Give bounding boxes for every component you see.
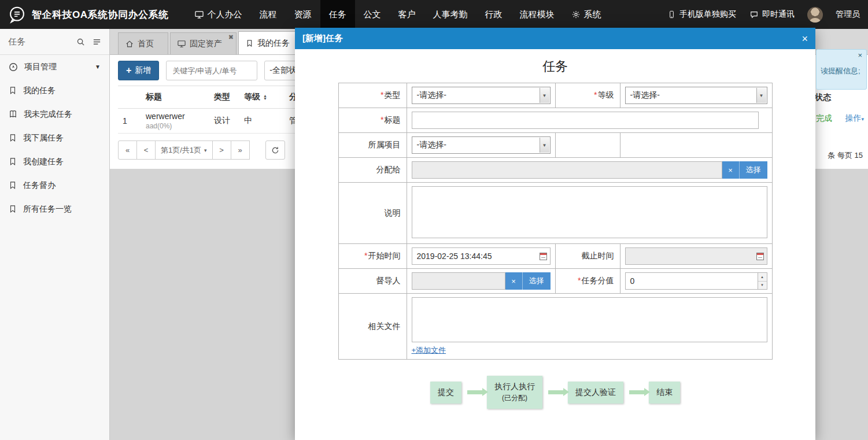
project-select[interactable]: -请选择- ▼: [412, 136, 551, 154]
task-type: 设计: [209, 109, 239, 134]
nav-hr-attendance[interactable]: 人事考勤: [424, 0, 477, 29]
pagination-prev[interactable]: <: [136, 140, 156, 160]
task-level: 中: [239, 109, 285, 134]
add-task-button[interactable]: + 新增: [118, 61, 159, 80]
description-textarea[interactable]: [412, 186, 767, 238]
task-title: werwerwer: [146, 112, 205, 121]
logo-icon: [8, 6, 26, 24]
chevron-down-icon: ▼: [540, 138, 549, 153]
calendar-icon[interactable]: [756, 253, 764, 260]
nav-documents[interactable]: 公文: [355, 0, 390, 29]
clear-assignee-button[interactable]: ×: [722, 161, 740, 179]
table-row[interactable]: 1 werwerwer aad(0%) 设计 中 管: [118, 109, 302, 134]
col-status: 状态: [815, 93, 831, 103]
assignee-input[interactable]: [412, 161, 722, 179]
instant-messaging-link[interactable]: 即时通讯: [749, 9, 796, 20]
nav-resources[interactable]: 资源: [286, 0, 320, 29]
col-level[interactable]: 等级▲▼: [239, 86, 285, 109]
sidebar-title: 任务: [8, 36, 25, 47]
description-label: 说明: [338, 183, 407, 244]
type-select[interactable]: -请选择- ▼: [412, 87, 551, 104]
title-label: *标题: [338, 108, 407, 133]
bookmark-icon: [9, 181, 17, 190]
search-input[interactable]: [166, 61, 257, 80]
status-badge: 完成: [816, 113, 832, 124]
nav-customers[interactable]: 客户: [390, 0, 424, 29]
sidebar-item-unfinished-tasks[interactable]: 我未完成任务: [0, 102, 109, 126]
tab-fixed-assets[interactable]: 固定资产 ✖: [170, 32, 237, 54]
search-icon[interactable]: [76, 38, 85, 46]
toast-message: 读提醒信息;: [821, 66, 860, 76]
score-stepper[interactable]: 0 ▲▼: [625, 272, 767, 290]
level-select[interactable]: -请选择- ▼: [625, 87, 767, 104]
table-header-row: 标题 类型 等级▲▼ 分: [118, 86, 302, 109]
tab-my-tasks[interactable]: 我的任务 ✖: [238, 31, 304, 54]
score-label: *任务分值: [555, 269, 620, 294]
caret-down-icon: ▼: [95, 64, 101, 70]
refresh-icon: [271, 146, 279, 154]
start-time-input[interactable]: [412, 247, 551, 265]
per-page-info: 条 每页 15: [828, 150, 863, 161]
tab-home[interactable]: 首页: [118, 32, 168, 54]
user-menu[interactable]: 管理员: [834, 9, 861, 20]
pick-supervisor-button[interactable]: 选择: [523, 272, 551, 290]
nav-personal-office[interactable]: 个人办公: [186, 0, 251, 29]
sidebar-item-all-tasks[interactable]: 所有任务一览: [0, 197, 109, 221]
bookmark-icon: [9, 86, 17, 95]
bookmark-icon: [9, 134, 17, 142]
workflow-step-submit: 提交: [430, 382, 461, 404]
supervisor-label: 督导人: [338, 269, 407, 294]
notification-toast: × 读提醒信息;: [816, 49, 867, 90]
close-icon[interactable]: ✖: [228, 34, 234, 41]
nav-tasks[interactable]: 任务: [320, 0, 355, 29]
app-title: 智企科技OA系统协同办公系统: [32, 8, 169, 21]
supervisor-input[interactable]: [412, 272, 505, 290]
arrow-right-icon: [467, 390, 482, 394]
files-label: 相关文件: [338, 294, 407, 360]
calendar-icon[interactable]: [540, 253, 547, 260]
refresh-button[interactable]: [265, 140, 285, 160]
end-time-input[interactable]: [625, 247, 767, 265]
sidebar-item-subordinate-tasks[interactable]: 我下属任务: [0, 126, 109, 150]
assignee-label: 分配给: [338, 158, 407, 183]
clear-supervisor-button[interactable]: ×: [505, 272, 523, 290]
nav-workflow[interactable]: 流程: [251, 0, 286, 29]
sidebar-tools: [76, 38, 101, 46]
row-action-link[interactable]: 操作▾: [845, 113, 864, 124]
brand: 智企科技OA系统协同办公系统: [0, 6, 177, 24]
close-icon[interactable]: ×: [801, 34, 808, 44]
col-title: 标题: [141, 86, 209, 109]
level-label: *等级: [555, 83, 620, 108]
menu-icon[interactable]: [93, 38, 101, 46]
pagination-page-info[interactable]: 第1页/共1页 ▾: [155, 140, 213, 160]
form-heading: 任务: [295, 58, 815, 75]
sidebar: 任务 项目管理 ▼ 我的任务 我未完成任务 我下属任务 我创建任务 任务督办 所…: [0, 29, 110, 440]
navbar-right: 手机版单独购买 即时通讯 管理员: [667, 7, 868, 23]
sidebar-item-task-supervision[interactable]: 任务督办: [0, 173, 109, 197]
pagination-first[interactable]: «: [118, 140, 137, 160]
workflow-step-execute: 执行人执行 (已分配): [487, 376, 542, 409]
file-drop-area: [412, 297, 767, 342]
nav-system[interactable]: 系统: [563, 0, 610, 29]
task-subtitle: aad(0%): [146, 122, 205, 130]
new-task-modal: [新增]任务 × 任务 *类型 -请选择- ▼ *等级 -请选择- ▼ *标题: [295, 28, 815, 440]
sidebar-item-created-tasks[interactable]: 我创建任务: [0, 150, 109, 173]
user-avatar[interactable]: [807, 7, 823, 23]
sort-icon: ▲▼: [263, 94, 267, 100]
row-number: 1: [118, 109, 141, 134]
sidebar-item-my-tasks[interactable]: 我的任务: [0, 79, 109, 102]
spinner-arrows[interactable]: ▲▼: [758, 273, 767, 289]
nav-administration[interactable]: 行政: [477, 0, 511, 29]
pagination-next[interactable]: >: [212, 140, 231, 160]
nav-workflow-modules[interactable]: 流程模块: [511, 0, 563, 29]
pick-assignee-button[interactable]: 选择: [740, 161, 767, 179]
bookmark-icon: [9, 157, 17, 166]
mobile-version-link[interactable]: 手机版单独购买: [667, 9, 737, 20]
workflow-step-end: 结束: [649, 382, 680, 404]
add-file-link[interactable]: +添加文件: [412, 345, 446, 356]
sidebar-item-project-management[interactable]: 项目管理 ▼: [0, 55, 109, 79]
arrow-right-icon: [629, 390, 644, 394]
close-icon[interactable]: ×: [858, 51, 862, 60]
title-input[interactable]: [412, 112, 759, 129]
pagination-last[interactable]: »: [231, 140, 250, 160]
